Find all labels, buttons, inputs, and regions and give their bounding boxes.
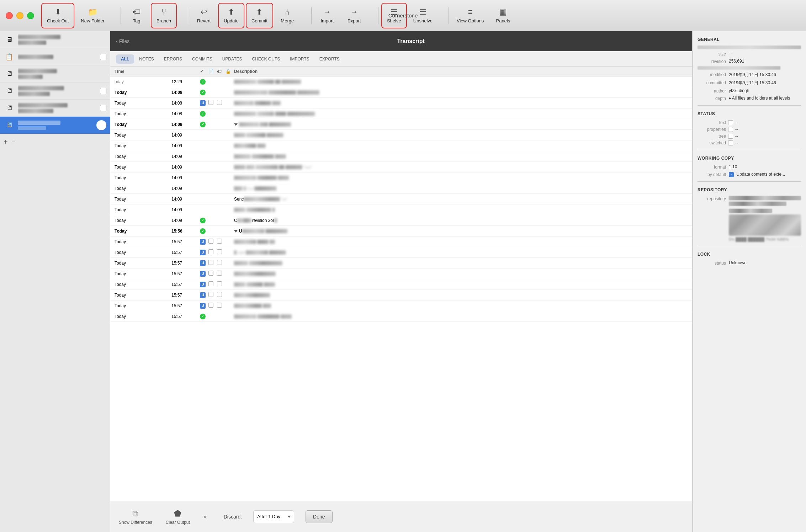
table-row[interactable]: Today 15:57 U ███████████████ [110,268,692,279]
lock-status-value: Unknown [729,260,801,265]
sidebar-item-3[interactable]: 🖥 [0,65,110,83]
minus-item-icon[interactable]: − [11,138,16,146]
new-folder-button[interactable]: 📁 New Folder [76,3,109,28]
table-row[interactable]: Today 15:57 ✓ ████████ ████████ ████ [110,311,692,322]
panel-title: Transcript [135,38,686,44]
table-row[interactable]: Today 14:09 ██████ ████████ ████ [110,151,692,162]
main-container: 🖥 📋 🖥 🖥 [0,31,806,532]
revision-label: revision [698,59,726,64]
view-options-button[interactable]: ≡ View Options [452,3,489,28]
general-revision-row: revision 256,691 [698,59,801,64]
table-row[interactable]: Today 14:09 Senc█████████████ "ve" [110,194,692,204]
merge-icon: ⑃ [285,7,290,17]
table-row[interactable]: Today 15:57 U ████████ ████ ██ [110,236,692,247]
add-item-icon[interactable]: + [4,138,8,146]
tag-button[interactable]: 🏷 Tag [124,3,149,28]
tab-notes[interactable]: NOTES [134,54,159,64]
status-green-icon: ✓ [200,90,206,95]
table-row[interactable]: Today 14:08 ✓ ████████ ██████ ████ █████… [110,108,692,119]
tab-checkouts[interactable]: CHECK OUTS [247,54,285,64]
sidebar-text-1 [18,34,106,46]
tree-label: tree [698,133,726,139]
table-row[interactable]: oday 12:29 ✓ ████████ ██████ ██ ███████ [110,76,692,87]
done-button[interactable]: Done [306,510,332,523]
sidebar-item-6[interactable]: 🖥 ⬇ [0,117,110,134]
table-row[interactable]: Today 14:09 ████ █████████ █ [110,204,692,215]
sidebar-item-4[interactable]: 🖥 [0,83,110,100]
table-row[interactable]: Today 14:09 ████ ███████ ██████ [110,130,692,140]
status-green-icon: ✓ [200,228,206,234]
clear-output-button[interactable]: ⬟ Clear Output [164,509,192,525]
export-button[interactable]: → Export [341,3,367,28]
close-button[interactable] [6,12,13,19]
format-label: format [698,164,726,170]
status-u-icon: U [200,250,206,255]
switched-value: -- [735,140,738,145]
sidebar-item-1[interactable]: 🖥 [0,31,110,48]
sidebar-checkbox-5[interactable] [100,105,106,111]
import-icon: → [323,7,331,17]
table-row[interactable]: Today 14:09 ████████ ███████ ████ [110,172,692,183]
commit-icon: ⬆ [256,7,263,17]
maximize-button[interactable] [27,12,34,19]
sidebar-text-6 [18,121,94,130]
panels-icon: ▦ [499,7,507,17]
sidebar-text-3 [18,68,106,80]
sidebar-checkbox-2[interactable] [100,54,106,60]
table-row[interactable]: Today 15:57 U ██████████ ███ [110,300,692,311]
divider-4 [698,246,801,246]
branch-button[interactable]: ⑂ Branch [151,3,177,28]
table-row[interactable]: Today 15:57 U █.es/vi████████ ██████ [110,247,692,258]
table-row[interactable]: Today 14:08 U ███████ ██████ ███ [110,98,692,108]
status-green-icon: ✓ [200,314,206,319]
sidebar-item-2[interactable]: 📋 [0,48,110,65]
checkout-icon: ⬇ [55,7,61,17]
wc-format-row: format 1.10 [698,164,801,170]
discard-label: Discard: [224,514,242,520]
panels-button[interactable]: ▦ Panels [490,3,516,28]
properties-checkbox [728,127,733,132]
tab-imports[interactable]: IMPORTS [285,54,314,64]
table-row[interactable]: Today 14:08 ✓ ████████████ ██████████ ██… [110,87,692,98]
tab-commits[interactable]: COMMITS [187,54,217,64]
sidebar-checkbox-4[interactable] [100,88,106,94]
author-label: author [698,88,726,94]
revert-button[interactable]: ↩ Revert [191,3,217,28]
tab-all[interactable]: ALL [116,54,134,64]
sidebar-text-2 [18,54,97,60]
discard-select[interactable]: After 1 Day Immediately After 1 Week Nev… [253,510,294,523]
table-row[interactable]: Today 14:09 ███ █ ilus ████████ [110,183,692,194]
status-properties-row: properties -- [698,127,801,132]
table-row[interactable]: Today 14:09 ████████ ███ [110,140,692,151]
update-button[interactable]: ⬆ Update [218,3,244,28]
status-u-icon: U [200,282,206,287]
general-depth-row: depth ♦ All files and folders at all lev… [698,96,801,101]
tab-errors[interactable]: ERRORS [159,54,187,64]
format-value: 1.10 [729,164,801,169]
table-row[interactable]: Today 15:56 ✓ U████████ ████████ [110,226,692,236]
panel-back-button[interactable]: ‹ Files [116,38,129,44]
status-u-icon: U [200,100,206,106]
show-differences-button[interactable]: ⧉ Show Differences [119,509,152,525]
sidebar-item-5[interactable]: 🖥 [0,100,110,117]
lock-status-row: status Unknown [698,260,801,266]
commit-button[interactable]: ⬆ Commit [246,3,273,28]
import-button[interactable]: → Import [314,3,340,28]
table-row[interactable]: Today 14:09 ████ ███ ████████ ██ ██████ … [110,162,692,172]
minimize-button[interactable] [16,12,23,19]
status-u-icon: U [200,303,206,309]
table-row[interactable]: Today 14:09 ✓ C█████ revision 2or█ [110,215,692,226]
table-row[interactable]: Today 15:57 U █████████████ [110,290,692,300]
title-bar: ⬇ Check Out 📁 New Folder 🏷 Tag ⑂ Branch … [0,0,806,31]
table-row[interactable]: Today 15:57 U ████ ██████ ████ [110,279,692,290]
merge-button[interactable]: ⑃ Merge [275,3,300,28]
sidebar-text-4 [18,85,97,97]
status-green-icon: ✓ [200,79,206,85]
bydefault-label: by default [698,172,726,177]
table-row[interactable]: Today 15:57 U █████ ████████████ [110,258,692,268]
checkout-button[interactable]: ⬇ Check Out [41,3,74,28]
table-row[interactable]: Today 14:09 ✓ ███████ ███ ████████ [110,119,692,130]
tab-exports[interactable]: EXPORTS [314,54,345,64]
tab-updates[interactable]: UPDATES [217,54,247,64]
status-tree-row: tree -- [698,133,801,139]
